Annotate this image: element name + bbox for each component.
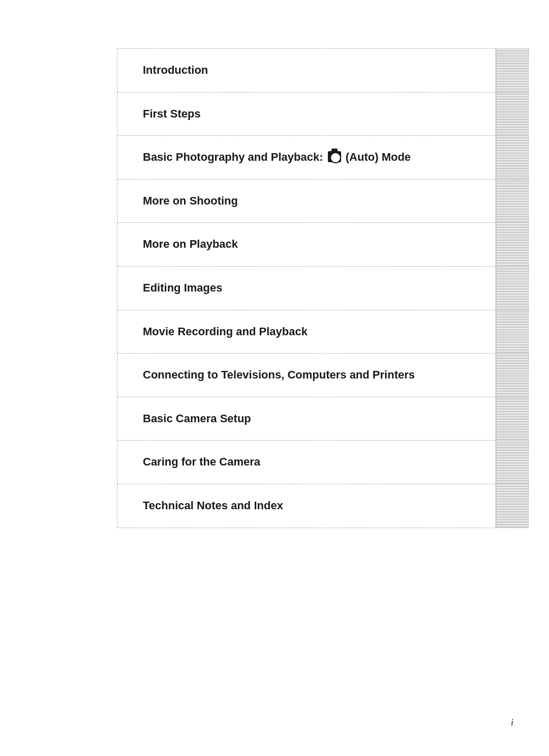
toc-item-content: Basic Photography and Playback: (Auto) M… — [117, 136, 496, 179]
basic-photography-suffix: (Auto) Mode — [346, 151, 411, 163]
toc-item-content: More on Shooting — [117, 180, 496, 223]
toc-item-content: First Steps — [117, 93, 496, 136]
toc-item-content: Movie Recording and Playback — [117, 310, 496, 354]
toc-item-tab — [496, 223, 529, 266]
toc-item-tab — [496, 49, 529, 92]
toc-item-basic-camera-setup[interactable]: Basic Camera Setup — [117, 397, 529, 441]
toc-item-content: Connecting to Televisions, Computers and… — [117, 354, 496, 397]
toc-item-label: Connecting to Televisions, Computers and… — [143, 368, 415, 381]
toc-item-tab — [496, 180, 529, 223]
toc-item-tab — [496, 136, 529, 179]
toc-item-label: Editing Images — [143, 281, 222, 294]
toc-item-label: Technical Notes and Index — [143, 499, 283, 512]
toc-item-content: Introduction — [117, 49, 496, 92]
toc-item-label: More on Playback — [143, 238, 238, 250]
toc-item-tab — [496, 93, 529, 136]
toc-item-label: Basic Photography and Playback: (Auto) M… — [143, 151, 411, 163]
toc-item-content: Editing Images — [117, 267, 496, 310]
toc-item-label: Caring for the Camera — [143, 455, 260, 468]
toc-item-tab — [496, 484, 529, 528]
toc-item-content: More on Playback — [117, 223, 496, 266]
toc-item-basic-photography[interactable]: Basic Photography and Playback: (Auto) M… — [117, 135, 529, 180]
toc-item-tab — [496, 397, 529, 441]
toc-item-caring-for-camera[interactable]: Caring for the Camera — [117, 440, 529, 484]
toc-item-label: Movie Recording and Playback — [143, 325, 308, 338]
toc-item-technical-notes[interactable]: Technical Notes and Index — [117, 484, 529, 528]
toc-item-more-on-playback[interactable]: More on Playback — [117, 222, 529, 267]
toc-item-content: Basic Camera Setup — [117, 397, 496, 441]
page-number: i — [511, 717, 513, 728]
toc-item-first-steps[interactable]: First Steps — [117, 92, 529, 136]
toc-item-movie-recording[interactable]: Movie Recording and Playback — [117, 310, 529, 354]
toc-item-label: Basic Camera Setup — [143, 412, 251, 425]
toc-item-connecting[interactable]: Connecting to Televisions, Computers and… — [117, 353, 529, 397]
toc-item-content: Technical Notes and Index — [117, 484, 496, 528]
toc-item-tab — [496, 441, 529, 484]
toc-item-label: Introduction — [143, 64, 208, 76]
camera-icon — [328, 151, 341, 162]
toc-item-editing-images[interactable]: Editing Images — [117, 266, 529, 310]
page-container: Introduction First Steps Basic Photograp… — [0, 0, 549, 756]
toc-item-more-on-shooting[interactable]: More on Shooting — [117, 179, 529, 223]
toc-item-label: First Steps — [143, 107, 201, 120]
toc-item-introduction[interactable]: Introduction — [117, 48, 529, 93]
toc-item-content: Caring for the Camera — [117, 441, 496, 484]
toc-item-tab — [496, 310, 529, 354]
toc-item-tab — [496, 354, 529, 397]
basic-photography-prefix: Basic Photography and Playback: — [143, 151, 323, 163]
toc-item-label: More on Shooting — [143, 194, 238, 207]
toc-item-tab — [496, 267, 529, 310]
toc-list: Introduction First Steps Basic Photograp… — [117, 48, 529, 528]
